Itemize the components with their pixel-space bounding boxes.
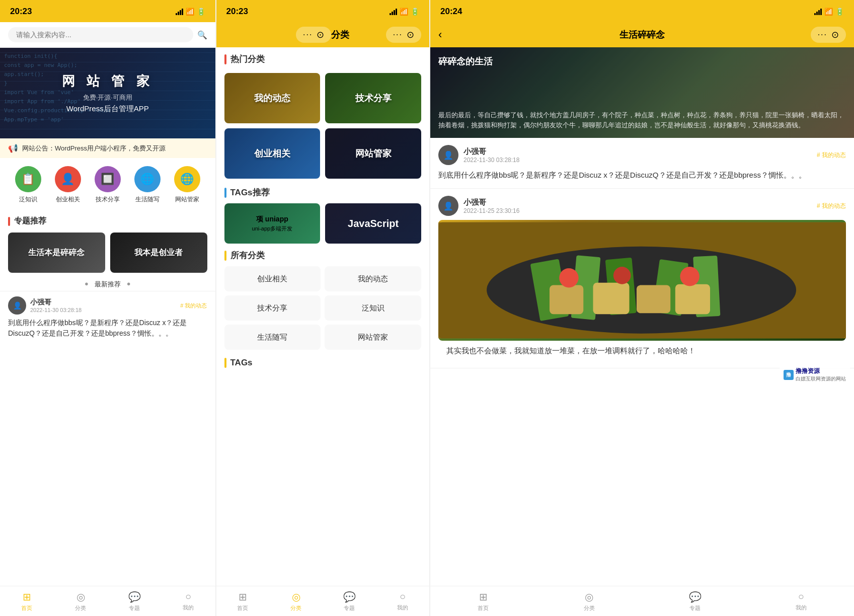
- search-input[interactable]: [8, 27, 193, 42]
- article-body[interactable]: 👤 小强哥 2022-11-30 03:28:18 # 我的动态 到底用什么程序…: [430, 138, 854, 586]
- three-dots-3: ···: [818, 30, 827, 39]
- cat-item-life[interactable]: 🌐 生活随写: [127, 166, 167, 204]
- featured-card-life-label: 生活本是碎碎念: [28, 248, 85, 258]
- three-dots-right-2: ···: [393, 30, 403, 39]
- all-cat-life[interactable]: 生活随写: [224, 325, 321, 350]
- article-hero: 碎碎念的生活 最后的最后，等自己攒够了钱，就找个地方盖几间房子，有个院子，种点菜…: [430, 47, 854, 138]
- nav-topics-icon-2: 💬: [343, 591, 356, 603]
- status-time-3: 20:24: [440, 7, 462, 17]
- cat-item-manager[interactable]: 🌐 网站管家: [167, 166, 207, 204]
- cat-icon-manager: 🌐: [174, 166, 200, 192]
- nav-item-cats-3[interactable]: ◎ 分类: [536, 586, 643, 616]
- article-author-name-1: 小强哥: [463, 147, 812, 157]
- avatar-1: 👤: [8, 296, 26, 315]
- nav-item-topics-3[interactable]: 💬 专题: [642, 586, 748, 616]
- tag-cards: 项 uniapp uni-app多端开发 JavaScript: [224, 203, 422, 244]
- hero-overlay: 网 站 管 家 免费·开源·可商用 WordPress后台管理APP: [0, 48, 215, 138]
- hot-cat-startup[interactable]: 创业相关: [224, 128, 321, 179]
- nav-item-mine-3[interactable]: ○ 我的: [748, 586, 855, 616]
- nav-back-btn[interactable]: ‹: [438, 28, 442, 41]
- nav-mine-label-2: 我的: [397, 604, 408, 611]
- tags-bottom-title: TAGs: [230, 358, 253, 368]
- article-post-1: 👤 小强哥 2022-11-30 03:28:18 # 我的动态 到底用什么程序…: [430, 138, 854, 189]
- all-cat-manager[interactable]: 网站管家: [325, 325, 421, 350]
- nav-pill-right-2[interactable]: ··· ⊙: [386, 27, 421, 43]
- cat-item-tech[interactable]: 🔲 技术分享: [88, 166, 127, 204]
- hot-cat-dynamic[interactable]: 我的动态: [224, 73, 321, 123]
- nav-bar-3: ‹ 生活碎碎念 ··· ⊙: [430, 22, 854, 47]
- nav-home-label-1: 首页: [21, 604, 32, 612]
- cat-icon-knowledge: 📋: [15, 166, 41, 192]
- nav-mine-icon-3: ○: [798, 591, 804, 602]
- all-cats-grid: 创业相关 我的动态 技术分享 泛知识 生活随写 网站管家: [224, 266, 422, 350]
- hot-cat-startup-label: 创业相关: [254, 147, 290, 160]
- tags-blue-bar: [224, 188, 226, 198]
- hot-cat-manager[interactable]: 网站管家: [325, 128, 421, 179]
- post-tag-1: # 我的动态: [180, 302, 207, 310]
- watermark-logo: 撸: [784, 370, 794, 380]
- nav-item-cats-1[interactable]: ◎ 分类: [54, 586, 108, 616]
- tag-card-uniapp[interactable]: 项 uniapp uni-app多端开发: [224, 203, 321, 244]
- nav-topics-label-3: 专题: [689, 604, 701, 612]
- nav-item-mine-1[interactable]: ○ 我的: [162, 586, 215, 616]
- nav-item-mine-2[interactable]: ○ 我的: [376, 586, 429, 616]
- search-icon[interactable]: 🔍: [197, 30, 207, 40]
- nav-item-cats-2[interactable]: ◎ 分类: [269, 586, 323, 616]
- cat-label-life: 生活随写: [135, 195, 160, 204]
- bottom-nav-3: ⊞ 首页 ◎ 分类 💬 专题 ○ 我的: [430, 586, 854, 616]
- nav-pill-2[interactable]: ··· ⊙: [296, 27, 331, 43]
- food-image: [438, 220, 846, 341]
- nav-item-topics-1[interactable]: 💬 专题: [108, 586, 162, 616]
- article-post-header-1: 👤 小强哥 2022-11-30 03:28:18 # 我的动态: [438, 145, 846, 165]
- nav-cats-icon-2: ◎: [292, 591, 300, 603]
- phone-panel-3: 20:24 📶 🔋 ‹ 生活碎碎念 ··· ⊙ 碎碎念的生活: [430, 0, 854, 616]
- nav-title-3: 生活碎碎念: [619, 29, 665, 41]
- target-icon-3: ⊙: [831, 29, 839, 40]
- nav-pill-3[interactable]: ··· ⊙: [811, 27, 846, 43]
- all-cats-section: 所有分类 创业相关 我的动态 技术分享 泛知识 生活随写: [216, 247, 430, 353]
- signal-icon-2: [390, 9, 397, 15]
- all-cat-life-label: 生活随写: [257, 333, 287, 342]
- panel2-scroll[interactable]: 热门分类 我的动态 技术分享 创业相关 网站管家: [216, 47, 430, 586]
- nav-mine-label-1: 我的: [183, 604, 194, 611]
- article-hero-title: 碎碎念的生活: [438, 55, 493, 67]
- all-cat-tech[interactable]: 技术分享: [224, 295, 321, 321]
- hot-cat-manager-label: 网站管家: [355, 147, 392, 160]
- all-cat-dynamic[interactable]: 我的动态: [325, 266, 421, 291]
- all-cat-startup[interactable]: 创业相关: [224, 266, 321, 291]
- notice-text: 网站公告：WordPress用户端小程序，免费又开源: [22, 144, 166, 153]
- cat-item-startup[interactable]: 👤 创业相关: [48, 166, 88, 204]
- all-cat-knowledge[interactable]: 泛知识: [325, 295, 421, 321]
- target-icon-2: ⊙: [317, 29, 324, 40]
- nav-item-home-3[interactable]: ⊞ 首页: [430, 586, 536, 616]
- featured-card-startup[interactable]: 我本是创业者: [110, 233, 207, 273]
- tags-title: TAGs推荐: [230, 187, 270, 198]
- category-icons: 📋 泛知识 👤 创业相关 🔲 技术分享 🌐 生活随写 🌐 网站管家: [0, 158, 215, 212]
- featured-card-life[interactable]: 生活本是碎碎念: [8, 233, 105, 273]
- hot-cat-tech[interactable]: 技术分享: [325, 73, 421, 123]
- cat-item-knowledge[interactable]: 📋 泛知识: [8, 166, 48, 204]
- hot-cat-grid: 我的动态 技术分享 创业相关 网站管家: [216, 68, 430, 184]
- nav-item-home-2[interactable]: ⊞ 首页: [216, 586, 270, 616]
- uniapp-tag-label: 项 uniapp uni-app多端开发: [252, 215, 293, 233]
- post-item-1: 👤 小强哥 2022-11-30 03:28:18 # 我的动态 到底用什么程序…: [0, 291, 215, 344]
- status-icons-3: 📶 🔋: [814, 8, 844, 16]
- nav-topics-icon-1: 💬: [128, 591, 141, 603]
- nav-topics-label-1: 专题: [129, 604, 140, 612]
- hot-title: 热门分类: [230, 53, 265, 65]
- article-hero-content: 最后的最后，等自己攒够了钱，就找个地方盖几间房子，有个院子，种点菜，种点树，种点…: [438, 110, 846, 130]
- nav-cats-label-1: 分类: [75, 604, 86, 612]
- article-text-1: 到底用什么程序做bbs呢？是新程序？还是Discuz x？还是DiscuzQ？还…: [438, 169, 846, 181]
- nav-item-home-1[interactable]: ⊞ 首页: [0, 586, 54, 616]
- bottom-nav-1: ⊞ 首页 ◎ 分类 💬 专题 ○ 我的: [0, 586, 215, 616]
- hero-main-title: 网 站 管 家: [62, 72, 153, 90]
- wifi-icon-3: 📶: [824, 8, 833, 16]
- battery-icon-3: 🔋: [835, 8, 844, 16]
- nav-home-icon-1: ⊞: [23, 591, 31, 603]
- status-icons-1: 📶 🔋: [176, 8, 205, 16]
- tag-card-js[interactable]: JavaScript: [325, 203, 421, 244]
- cat-label-knowledge: 泛知识: [19, 195, 37, 204]
- cat-label-startup: 创业相关: [56, 195, 80, 204]
- notice-bar: 📢 网站公告：WordPress用户端小程序，免费又开源: [0, 138, 215, 158]
- nav-item-topics-2[interactable]: 💬 专题: [323, 586, 376, 616]
